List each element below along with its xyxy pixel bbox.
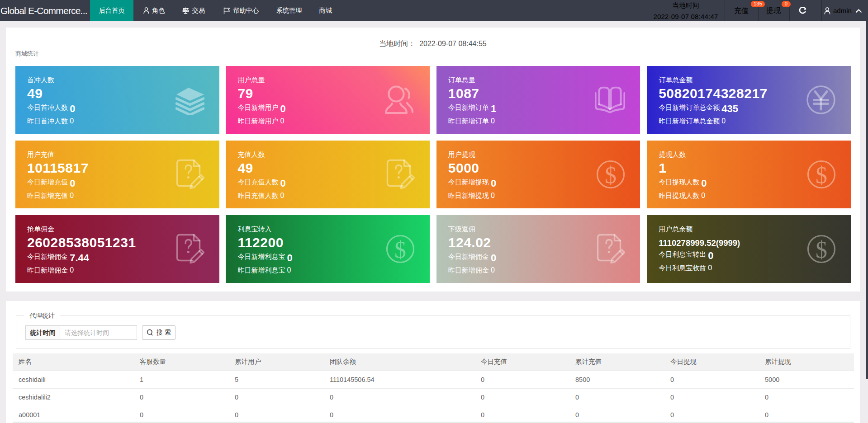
svg-text:$: $ — [816, 162, 827, 188]
svg-text:$: $ — [605, 162, 617, 188]
svg-text:$: $ — [394, 237, 406, 263]
svg-text:$: $ — [816, 237, 827, 263]
